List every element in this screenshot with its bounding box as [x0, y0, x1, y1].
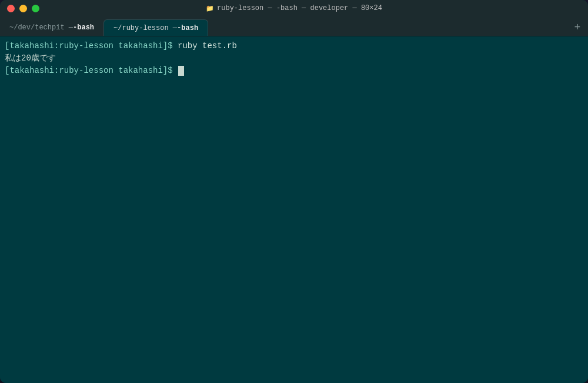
minimize-button[interactable]: [19, 5, 27, 12]
add-tab-button[interactable]: +: [569, 19, 586, 36]
tab-1[interactable]: ~/dev/techpit — -bash: [0, 19, 103, 36]
prompt-2: [takahashi:ruby-lesson takahashi]$: [5, 65, 178, 77]
window-title-text: ruby-lesson — -bash — developer — 80×24: [217, 4, 382, 12]
terminal-line-2: 私は20歳です: [5, 52, 583, 65]
tab-2-bold: -bash: [177, 24, 198, 32]
tab-1-prefix: ~/dev/techpit —: [9, 23, 73, 32]
terminal-line-3: [takahashi:ruby-lesson takahashi]$: [5, 65, 583, 77]
output-1: 私は20歳です: [5, 52, 56, 65]
folder-icon: 📁: [206, 5, 214, 12]
title-bar: 📁 ruby-lesson — -bash — developer — 80×2…: [0, 0, 588, 16]
maximize-button[interactable]: [32, 5, 39, 12]
window-title: 📁 ruby-lesson — -bash — developer — 80×2…: [206, 4, 382, 12]
tab-bar: ~/dev/techpit — -bash ~/ruby-lesson — -b…: [0, 16, 588, 36]
terminal-line-1: [takahashi:ruby-lesson takahashi]$ ruby …: [5, 40, 583, 52]
prompt-1: [takahashi:ruby-lesson takahashi]$: [5, 40, 178, 52]
cursor: [178, 66, 184, 76]
tab-2[interactable]: ~/ruby-lesson — -bash: [103, 19, 208, 36]
traffic-lights: [7, 5, 39, 12]
terminal-window: 📁 ruby-lesson — -bash — developer — 80×2…: [0, 0, 588, 383]
tab-2-prefix: ~/ruby-lesson —: [113, 24, 177, 32]
terminal-content[interactable]: [takahashi:ruby-lesson takahashi]$ ruby …: [0, 36, 588, 383]
tab-1-bold: -bash: [73, 23, 94, 32]
close-button[interactable]: [7, 5, 15, 12]
command-1: ruby test.rb: [178, 40, 237, 52]
